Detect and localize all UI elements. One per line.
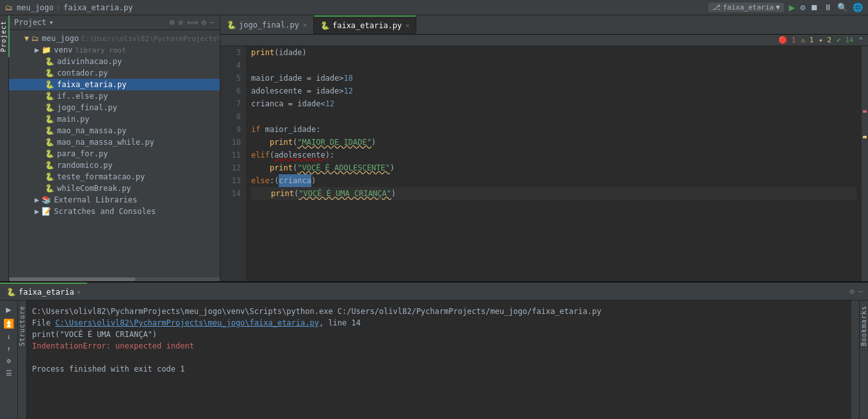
code-line-11: elif(adolescente):	[251, 149, 856, 161]
file-panel: Project ▾ ⊞ ≡ ⟺ ⚙ — ▼ 🗂 meu_jogo C:\User…	[9, 15, 220, 281]
token: else	[251, 174, 270, 187]
output-line-ref: , line 14	[319, 318, 361, 327]
token: elif	[251, 149, 270, 161]
panel-collapse-icon[interactable]: —	[210, 18, 215, 27]
tree-item-faixa-etaria[interactable]: 🐍 faixa_etaria.py	[9, 79, 220, 90]
tree-item-randomico[interactable]: 🐍 randomico.py	[9, 160, 220, 171]
bottom-tab-close[interactable]: ✕	[77, 288, 81, 295]
token: print	[270, 161, 293, 174]
bottom-left-strip: ▶ ⏫ ↓ ↑ ⚙ ☰	[0, 300, 18, 419]
tab-jogo-final[interactable]: 🐍 jogo_final.py ✕	[220, 15, 314, 34]
tab-close-jogo-final[interactable]: ✕	[303, 21, 307, 28]
token	[251, 187, 270, 200]
tree-item-while-com-break[interactable]: 🐍 whileComBreak.py	[9, 183, 220, 194]
tree-item-meu-jogo[interactable]: ▼ 🗂 meu_jogo C:\Users\olivl82\PycharmPro…	[9, 33, 220, 44]
panel-action-2[interactable]: ⟺	[187, 18, 198, 27]
run-button[interactable]: ▶	[789, 1, 796, 13]
py-file-icon: 🐍	[45, 138, 54, 147]
project-label: Project	[14, 18, 47, 27]
bookmarks-tab-label[interactable]: Bookmarks	[859, 300, 868, 351]
panel-settings-icon[interactable]: ⚙	[202, 18, 206, 27]
py-file-icon: 🐍	[45, 57, 54, 66]
tree-item-teste-formatacao[interactable]: 🐍 teste_formatacao.py	[9, 171, 220, 183]
token: maior_idade	[260, 123, 316, 136]
globe-icon[interactable]: 🌐	[853, 3, 863, 12]
panel-action-1[interactable]: ≡	[178, 18, 183, 27]
py-file-icon: 🐍	[45, 69, 54, 78]
scroll-top-button[interactable]: ⏫	[3, 318, 14, 329]
code-line-3: print(idade)	[251, 46, 856, 59]
bottom-panel: 🐍 faixa_etaria ✕ ⚙ — ▶ ⏫ ↓ ↑ ⚙ ☰ Structu…	[0, 281, 868, 419]
scroll-down-button[interactable]: ↓	[6, 333, 11, 341]
pause-icon[interactable]: ⏸	[824, 3, 832, 12]
tree-label-teste-formatacao: teste_formatacao.py	[57, 172, 145, 181]
search-icon[interactable]: 🔍	[837, 3, 848, 12]
token: adolescente	[274, 149, 325, 161]
expand-icon[interactable]: ⌃	[858, 36, 863, 44]
ln-13: 13	[220, 174, 241, 187]
tab-close-faixa-etaria[interactable]: ✕	[405, 22, 409, 29]
tree-item-mao-na-massa[interactable]: 🐍 mao_na_massa.py	[9, 125, 220, 136]
chevron-right-icon: ▶	[35, 207, 39, 216]
editor-area: 🐍 jogo_final.py ✕ 🐍 faixa_etaria.py ✕ 🔴 …	[220, 15, 868, 281]
warning-count-badge: ⚠ 1	[801, 36, 814, 44]
tree-item-mao-na-massa-while[interactable]: 🐍 mao_na_massa_while.py	[9, 136, 220, 148]
typo-count-badge: ✦ 2	[819, 36, 831, 44]
tree-item-para-for[interactable]: 🐍 para_for.py	[9, 148, 220, 160]
code-line-8	[251, 110, 856, 123]
side-tab-project[interactable]: Project	[0, 15, 10, 57]
bottom-tab-run[interactable]: 🐍 faixa_etaria ✕	[0, 283, 87, 300]
tree-label-main: main.py	[57, 115, 90, 124]
tree-item-main[interactable]: 🐍 main.py	[9, 113, 220, 125]
branch-selector[interactable]: ⎇ faixa_etaria ▼	[708, 3, 783, 12]
tab-py-icon-active: 🐍	[320, 21, 330, 30]
output-code-detail: print("VOCÊ É UMA CRIANÇA")	[32, 330, 157, 339]
token: (	[294, 187, 299, 200]
token: adolescente	[251, 85, 302, 97]
project-dropdown-icon[interactable]: ▾	[49, 18, 54, 27]
tree-item-adivinhacao[interactable]: 🐍 adivinhacao.py	[9, 56, 220, 67]
bottom-right-strip	[851, 300, 859, 419]
tree-item-venv[interactable]: ▶ 📁 venv library root	[9, 44, 220, 56]
file-panel-scrollbar-thumb	[9, 277, 135, 281]
token: idade	[316, 85, 339, 97]
run-again-button[interactable]: ▶	[6, 304, 11, 315]
ln-4: 4	[220, 59, 241, 72]
output-file-link[interactable]: C:\Users\olivl82\PycharmProjects\meu_jog…	[55, 318, 319, 327]
file-panel-header: Project ▾ ⊞ ≡ ⟺ ⚙ —	[9, 15, 220, 30]
token: ):	[325, 149, 334, 161]
code-editor[interactable]: print(idade) maior_idade = idade>18 adol…	[246, 46, 862, 281]
close-panel-icon[interactable]: —	[858, 287, 863, 296]
side-tabs: Project	[0, 15, 9, 281]
output-error-label: IndentationError: unexpected indent	[32, 341, 194, 350]
branch-name: faixa_etaria	[723, 3, 773, 12]
scroll-up-button[interactable]: ↑	[6, 345, 11, 353]
tree-label-jogo-final: jogo_final.py	[57, 103, 117, 112]
warn-indicator	[863, 136, 867, 138]
settings-icon[interactable]: ⚙	[800, 3, 805, 12]
structure-tab[interactable]: Structure	[17, 300, 27, 351]
tree-item-if-else[interactable]: 🐍 if..else.py	[9, 90, 220, 102]
tree-item-scratches[interactable]: ▶ 📝 Scratches and Consoles	[9, 206, 220, 217]
file-panel-scrollbar[interactable]	[9, 277, 220, 281]
breadcrumb-file[interactable]: faixa_etaria.py	[63, 3, 133, 12]
output-line-5: Process finished with exit code 1	[32, 363, 846, 375]
tree-item-jogo-final[interactable]: 🐍 jogo_final.py	[9, 102, 220, 113]
chevron-right-icon: ▶	[35, 195, 39, 204]
panel-action-0[interactable]: ⊞	[170, 18, 174, 27]
tree-label-faixa-etaria: faixa_etaria.py	[57, 80, 126, 89]
output-line-4	[32, 352, 846, 363]
tab-label-faixa-etaria: faixa_etaria.py	[332, 21, 402, 30]
tree-item-contador[interactable]: 🐍 contador.py	[9, 67, 220, 79]
filter-button[interactable]: ☰	[6, 369, 12, 377]
token: idade	[316, 72, 339, 85]
tab-faixa-etaria[interactable]: 🐍 faixa_etaria.py ✕	[314, 15, 416, 34]
soft-wrap-button[interactable]: ⚙	[6, 357, 11, 365]
tree-item-external-libs[interactable]: ▶ 📚 External Libraries	[9, 194, 220, 206]
token: >	[339, 85, 343, 97]
token: =	[302, 72, 316, 85]
token: print	[251, 46, 274, 59]
breadcrumb-project[interactable]: meu_jogo	[17, 3, 54, 12]
stop-icon[interactable]: ⏹	[810, 3, 819, 12]
settings-icon[interactable]: ⚙	[850, 287, 855, 296]
